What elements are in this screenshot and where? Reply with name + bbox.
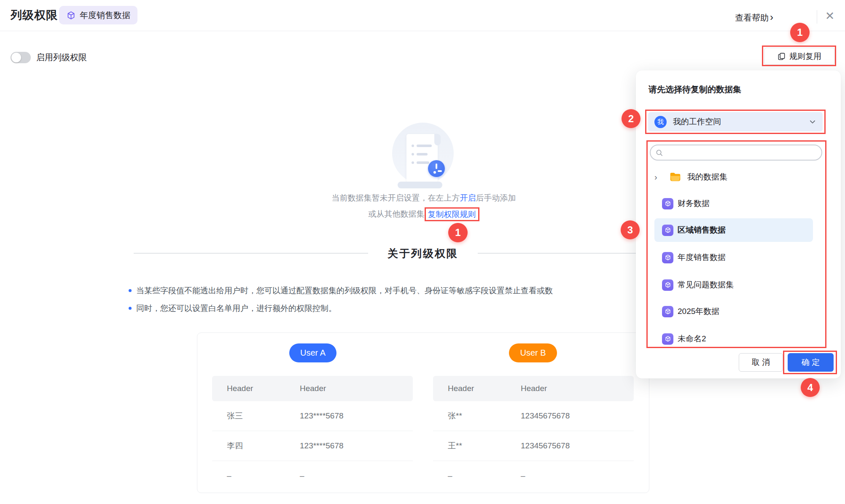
user-b-badge: User B xyxy=(509,343,557,362)
workspace-dropdown[interactable]: 我 我的工作空间 xyxy=(648,112,823,131)
dataset-cube-icon xyxy=(662,252,673,263)
chevron-right-icon: › xyxy=(770,12,773,22)
annotation-step-1: 1 xyxy=(790,23,810,42)
document-base xyxy=(398,182,442,188)
alert-badge-icon xyxy=(428,160,445,177)
dataset-cube-icon xyxy=(662,225,673,236)
annotation-step-2: 2 xyxy=(622,109,640,128)
dataset-cube-icon xyxy=(662,333,673,345)
table-row: 李四 123****5678 xyxy=(212,431,413,461)
search-icon xyxy=(655,149,663,157)
cancel-button[interactable]: 取 消 xyxy=(739,353,783,372)
table-row: 张三 123****5678 xyxy=(212,401,413,431)
enable-column-permission-toggle[interactable] xyxy=(11,52,31,63)
dataset-item[interactable]: 常见问题数据集 xyxy=(650,277,818,292)
enable-link[interactable]: 开启 xyxy=(460,193,476,202)
user-a-badge: User A xyxy=(289,343,336,362)
rule-reuse-label: 规则复用 xyxy=(789,51,821,62)
dataset-item[interactable]: 财务数据 xyxy=(650,196,818,211)
dataset-item[interactable]: 年度销售数据 xyxy=(650,250,818,265)
folder-label: 我的数据集 xyxy=(687,172,727,182)
header-divider-vertical xyxy=(817,10,817,24)
annotation-box-copy-rule: 复制权限规则 xyxy=(425,207,479,221)
dataset-badge: 年度销售数据 xyxy=(59,6,137,24)
document-curl xyxy=(434,134,441,145)
close-icon[interactable]: ✕ xyxy=(822,8,837,24)
table-row: 王** 12345675678 xyxy=(433,431,634,461)
workspace-label: 我的工作空间 xyxy=(673,116,809,127)
about-heading: 关于列级权限 xyxy=(134,245,712,261)
dataset-cube-icon xyxy=(662,198,673,209)
dataset-item[interactable]: 未命名2 xyxy=(650,331,818,346)
dataset-badge-label: 年度销售数据 xyxy=(80,10,130,21)
chevron-right-icon[interactable]: › xyxy=(650,173,663,181)
folder-icon xyxy=(670,172,681,182)
help-link[interactable]: 查看帮助 › xyxy=(735,10,773,25)
dataset-item-selected[interactable]: 区域销售数据 xyxy=(654,218,813,242)
annotation-step-1-copy: 1 xyxy=(448,223,468,242)
tree-folder-my-datasets[interactable]: › 我的数据集 xyxy=(650,169,818,185)
dataset-cube-icon xyxy=(662,279,673,291)
dataset-item[interactable]: 2025年数据 xyxy=(650,304,818,319)
user-b-table: Header Header 张** 12345675678 王** 123456… xyxy=(433,376,634,491)
header-divider xyxy=(0,31,845,31)
about-title: 关于列级权限 xyxy=(388,247,458,260)
table-header-row: Header Header xyxy=(433,376,634,401)
confirm-button[interactable]: 确 定 xyxy=(788,353,834,372)
dataset-cube-icon xyxy=(662,306,673,317)
popup-title: 请先选择待复制的数据集 xyxy=(649,84,741,95)
empty-state-illustration xyxy=(392,123,454,184)
column-permission-panel: 列级权限 年度销售数据 查看帮助 › ✕ 启用列级权限 规则复用 xyxy=(0,0,845,504)
copy-icon xyxy=(778,52,786,60)
table-header-row: Header Header xyxy=(212,376,413,401)
user-a-table: Header Header 张三 123****5678 李四 123****5… xyxy=(212,376,413,491)
rule-reuse-button[interactable]: 规则复用 xyxy=(764,48,835,65)
annotation-step-3: 3 xyxy=(621,220,640,239)
permission-demo-card: User A User B Header Header 张三 123****56… xyxy=(197,332,649,493)
bullet-dot xyxy=(129,289,132,292)
bullet-dot xyxy=(129,307,132,310)
chevron-down-icon xyxy=(809,118,816,126)
empty-state-text: 当前数据集暂未开启设置，在左上方开启后手动添加 或从其他数据集复制权限规则 xyxy=(295,190,552,223)
annotation-step-4: 4 xyxy=(801,378,820,397)
table-row: – – xyxy=(212,461,413,491)
table-row: 张** 12345675678 xyxy=(433,401,634,431)
search-input[interactable] xyxy=(667,146,821,159)
toggle-knob xyxy=(11,53,21,62)
search-box xyxy=(650,145,822,161)
dataset-cube-icon xyxy=(66,11,76,20)
table-row: – – xyxy=(433,461,634,491)
copy-permission-rule-link[interactable]: 复制权限规则 xyxy=(428,210,476,219)
copy-dataset-popup: 请先选择待复制的数据集 我 我的工作空间 › 我的数据集 xyxy=(636,70,841,378)
enable-toggle-label: 启用列级权限 xyxy=(36,52,87,63)
workspace-avatar: 我 xyxy=(654,116,667,128)
page-title: 列级权限 xyxy=(11,8,58,23)
